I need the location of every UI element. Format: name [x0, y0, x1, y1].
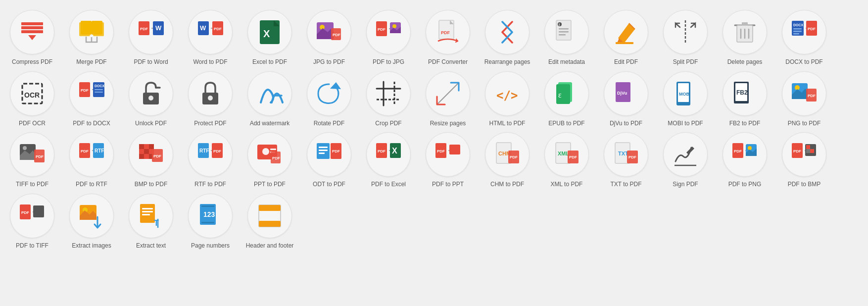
label-djvu-to-pdf: DjVu to PDF — [610, 120, 642, 128]
tool-add-watermark[interactable]: Add watermark — [242, 71, 297, 128]
tool-pdf-ocr[interactable]: OCRPDF OCR — [5, 71, 59, 128]
tool-extract-images[interactable]: Extract images — [64, 194, 119, 250]
tool-png-to-pdf[interactable]: PDFPNG to PDF — [777, 71, 831, 128]
tool-word-to-pdf[interactable]: WPDFWord to PDF — [183, 10, 238, 66]
tool-mobi-to-pdf[interactable]: MOBIMOBI to PDF — [658, 71, 713, 128]
svg-rect-185 — [142, 211, 153, 212]
tool-djvu-to-pdf[interactable]: DjVuDjVu to PDF — [599, 71, 653, 128]
icon-pdf-to-png: PDF — [723, 132, 767, 177]
tool-protect-pdf[interactable]: Protect PDF — [183, 71, 238, 128]
tool-pdf-to-word[interactable]: PDFWPDF to Word — [124, 10, 178, 66]
svg-text:X: X — [263, 28, 270, 39]
tool-pdf-to-ppt[interactable]: PDFPDF to PPT — [421, 132, 475, 189]
icon-ppt-to-pdf: PDF — [247, 132, 292, 177]
tool-rearrange-pages[interactable]: Rearrange pages — [480, 10, 534, 66]
svg-rect-1 — [21, 26, 43, 29]
tool-crop-pdf[interactable]: Crop PDF — [361, 71, 416, 128]
tool-sign-pdf[interactable]: Sign PDF — [658, 132, 713, 189]
tool-ppt-to-pdf[interactable]: PDFPPT to PDF — [242, 132, 297, 189]
tool-extract-text[interactable]: TExtract text — [124, 194, 178, 250]
icon-compress-pdf — [10, 10, 54, 54]
tool-header-footer[interactable]: Header and footer — [242, 194, 297, 250]
tool-excel-to-pdf[interactable]: XExcel to PDF — [242, 10, 297, 66]
icon-protect-pdf — [188, 71, 233, 116]
tool-rotate-pdf[interactable]: Rotate PDF — [302, 71, 356, 128]
tool-rtf-to-pdf[interactable]: RTFPDFRTF to PDF — [183, 132, 238, 189]
svg-text:PDF: PDF — [793, 149, 801, 153]
svg-marker-3 — [28, 35, 36, 40]
svg-rect-173 — [810, 145, 814, 149]
svg-text:PDF: PDF — [81, 149, 89, 153]
icon-page-numbers: 123 — [188, 194, 233, 238]
label-txt-to-pdf: TXT to PDF — [610, 181, 641, 189]
tool-html-to-pdf[interactable]: </>HTML to PDF — [480, 71, 534, 128]
tool-pdf-to-png[interactable]: PDFPDF to PNG — [718, 132, 772, 189]
tool-edit-metadata[interactable]: iEdit metadata — [539, 10, 594, 66]
svg-rect-7 — [92, 21, 102, 35]
icon-pdf-to-word: PDFW — [129, 10, 173, 54]
svg-rect-52 — [793, 31, 802, 32]
label-pdf-to-word: PDF to Word — [134, 58, 168, 66]
icon-pdf-converter: PDF — [426, 10, 470, 54]
svg-text:PDF: PDF — [378, 149, 386, 153]
svg-text:i: i — [559, 22, 560, 27]
tool-jpg-to-pdf[interactable]: PDFJPG to PDF — [302, 10, 356, 66]
tool-resize-pages[interactable]: Resize pages — [421, 71, 475, 128]
tool-delete-pages[interactable]: Delete pages — [718, 10, 772, 66]
svg-rect-125 — [270, 149, 276, 150]
label-unlock-pdf: Unlock PDF — [135, 120, 167, 128]
tool-bmp-to-pdf[interactable]: PDFBMP to PDF — [124, 132, 178, 189]
tool-xml-to-pdf[interactable]: XMLPDFXML to PDF — [539, 132, 594, 189]
svg-text:RTF: RTF — [199, 148, 209, 153]
label-docx-to-pdf: DOCX to PDF — [785, 58, 822, 66]
tool-docx-to-pdf[interactable]: DOCXPDFDOCX to PDF — [777, 10, 831, 66]
tool-unlock-pdf[interactable]: Unlock PDF — [124, 71, 178, 128]
label-crop-pdf: Crop PDF — [375, 120, 401, 128]
icon-jpg-to-pdf: PDF — [307, 10, 351, 54]
tool-pdf-to-docx[interactable]: PDFDOCXPDF to DOCX — [64, 71, 119, 128]
label-pdf-to-rtf: PDF to RTF — [76, 181, 107, 189]
svg-text:PDF: PDF — [272, 156, 280, 160]
icon-sign-pdf — [663, 132, 708, 177]
icon-rtf-to-pdf: RTFPDF — [188, 132, 233, 177]
tool-pdf-converter[interactable]: PDFPDF Converter — [421, 10, 475, 66]
icon-resize-pages — [426, 71, 470, 116]
tool-edit-pdf[interactable]: Edit PDF — [599, 10, 653, 66]
svg-point-124 — [262, 148, 269, 155]
tool-txt-to-pdf[interactable]: TXTPDFTXT to PDF — [599, 132, 653, 189]
icon-bmp-to-pdf: PDF — [129, 132, 173, 177]
icon-pdf-ocr: OCR — [10, 71, 54, 116]
svg-rect-113 — [144, 154, 149, 159]
tool-compress-pdf[interactable]: Compress PDF — [5, 10, 59, 66]
tool-epub-to-pdf[interactable]: εEPUB to PDF — [539, 71, 594, 128]
svg-text:FB2: FB2 — [736, 89, 748, 96]
icon-extract-images — [69, 194, 114, 238]
tool-pdf-to-tiff[interactable]: PDFPDF to TIFF — [5, 194, 59, 250]
tool-fb2-to-pdf[interactable]: FB2FB2 to PDF — [718, 71, 772, 128]
svg-text:PDF: PDF — [153, 154, 161, 158]
tool-odt-to-pdf[interactable]: PDFODT to PDF — [302, 132, 356, 189]
label-page-numbers: Page numbers — [191, 242, 230, 250]
icon-crop-pdf — [366, 71, 411, 116]
svg-rect-183 — [140, 204, 155, 223]
icon-pdf-to-excel: PDFX — [366, 132, 411, 177]
label-extract-images: Extract images — [72, 242, 111, 250]
tool-pdf-to-jpg[interactable]: PDFPDF to JPG — [361, 10, 416, 66]
tool-pdf-to-rtf[interactable]: PDFRTFPDF to RTF — [64, 132, 119, 189]
label-delete-pages: Delete pages — [727, 58, 763, 66]
svg-rect-41 — [616, 42, 633, 44]
svg-text:OCR: OCR — [24, 91, 40, 99]
svg-text:ε: ε — [558, 91, 562, 99]
label-html-to-pdf: HTML to PDF — [489, 120, 526, 128]
tool-merge-pdf[interactable]: Merge PDF — [64, 10, 119, 66]
tool-tiff-to-pdf[interactable]: PDFTIFF to PDF — [5, 132, 59, 189]
svg-point-32 — [392, 24, 396, 28]
tool-pdf-to-excel[interactable]: PDFXPDF to Excel — [361, 132, 416, 189]
label-pdf-to-docx: PDF to DOCX — [73, 120, 110, 128]
tool-split-pdf[interactable]: Split PDF — [658, 10, 713, 66]
tool-chm-to-pdf[interactable]: CHMPDFCHM to PDF — [480, 132, 534, 189]
svg-rect-193 — [259, 205, 281, 211]
tool-page-numbers[interactable]: 123Page numbers — [183, 194, 238, 250]
icon-extract-text: T — [129, 194, 173, 238]
tool-pdf-to-bmp[interactable]: PDFPDF to BMP — [777, 132, 831, 189]
